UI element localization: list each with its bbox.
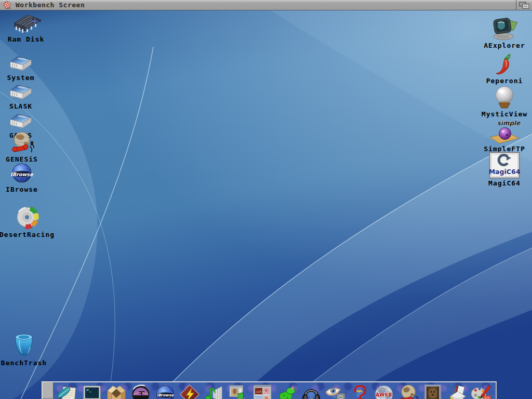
dock-item-aweb[interactable]: AWEB [373, 383, 395, 399]
svg-text:>_: >_ [86, 388, 91, 392]
icon-label: MagiC64 [488, 180, 521, 187]
frog-icon [276, 383, 298, 399]
dock-item-mail[interactable]: MAIL [446, 383, 469, 399]
music-note-speaker-icon [203, 383, 224, 399]
mail-envelope-icon: MAIL [446, 383, 468, 399]
dock-item-paint[interactable] [470, 383, 493, 399]
ibrowse-globe-icon: iBrowse [154, 383, 176, 399]
simpleftp-icon: simple [488, 119, 521, 144]
desktop-icon-peperoni[interactable]: Peperoni [479, 54, 530, 84]
screen-depth-gadget[interactable] [516, 0, 532, 10]
desktop-icon-benchtrash[interactable]: BenchTrash [0, 332, 48, 366]
dock-item-viewer[interactable] [129, 383, 152, 399]
screen-title: Workbench Screen [16, 1, 85, 9]
dock-item-music[interactable] [202, 383, 225, 399]
icon-label: MysticView [482, 111, 527, 117]
ram-chip-icon: RAM [11, 13, 41, 35]
dock-item-shell[interactable]: >_ [81, 383, 103, 399]
cd-disc-icon [14, 205, 40, 230]
shell-terminal-icon: >_ [81, 383, 103, 399]
dock-item-ibrowse[interactable]: iBrowse [154, 383, 177, 399]
desktop-icon-genesis[interactable]: GENESiS [0, 131, 44, 163]
icon-label: BenchTrash [1, 360, 47, 366]
dock-item-audio[interactable] [300, 383, 323, 399]
dock-handle-strip [43, 382, 54, 399]
screen-titlebar[interactable]: Workbench Screen [0, 0, 532, 10]
boing-ball-icon [3, 1, 12, 9]
svg-text:MagiC64: MagiC64 [489, 168, 520, 176]
svg-text:AWEB: AWEB [376, 392, 392, 397]
dock-item-amigaamp[interactable] [178, 383, 201, 399]
desktop-icon-ibrowse[interactable]: IBrowse IBrowse [0, 162, 44, 193]
photo-sphere-icon [130, 383, 152, 399]
dock-item-gallery[interactable] [251, 383, 274, 399]
dialer-globe-phone-icon [397, 383, 419, 399]
dock-item-help[interactable] [348, 383, 371, 399]
screen-grabber-icon [227, 383, 249, 399]
icon-label: Peperoni [486, 77, 523, 84]
headphones-icon [300, 383, 322, 399]
icon-label: System [7, 74, 35, 81]
svg-text:iBrowse: iBrowse [157, 393, 174, 397]
image-gallery-icon [251, 383, 273, 399]
desktop-icon-magic64[interactable]: MagiC64 MagiC64 [480, 152, 529, 187]
desktop-icon-desertracing[interactable]: DesertRacing [0, 205, 54, 238]
amigaamp-lightning-icon [179, 383, 201, 399]
svg-text:simple: simple [497, 119, 521, 127]
aweb-globe-icon: AWEB [373, 383, 395, 399]
paint-palette-icon [470, 383, 492, 399]
desktop: RAM Ram Disk [0, 10, 532, 399]
package-box-icon [105, 383, 127, 399]
svg-text:IBrowse: IBrowse [11, 171, 33, 177]
icon-label: Ram Disk [8, 36, 45, 43]
icon-label: AExplorer [484, 42, 525, 49]
dock-item-notepad[interactable] [56, 383, 79, 399]
dock-item-dialer[interactable] [397, 383, 420, 399]
dock-item-chewbacca[interactable] [421, 383, 444, 399]
globe-phone-icon [9, 131, 35, 155]
dock-item-eye[interactable] [324, 383, 347, 399]
help-bulb-icon [349, 383, 370, 399]
desktop-icon-system[interactable]: System [0, 55, 42, 81]
desktop-icon-simpleftp[interactable]: simple SimpleFTP [478, 119, 531, 152]
dock-item-grabber[interactable] [227, 383, 249, 399]
harddisk-icon [9, 55, 33, 73]
magic64-icon: MagiC64 [489, 152, 520, 179]
eye-chip-icon [325, 383, 347, 399]
harddisk-icon [9, 83, 33, 102]
icon-label: IBrowse [6, 186, 38, 193]
harddisk-icon [9, 112, 33, 131]
notepad-pen-icon [57, 383, 78, 399]
ibrowse-globe-icon: IBrowse [10, 162, 34, 185]
workbench-screen: Workbench Screen [0, 0, 532, 399]
trashcan-icon [11, 332, 36, 358]
desktop-icon-mysticview[interactable]: MysticView [477, 86, 532, 117]
crystal-ball-icon [491, 86, 518, 110]
desktop-icon-aexplorer[interactable]: AExplorer [478, 15, 531, 49]
dock-item-frog[interactable] [275, 383, 298, 399]
desktop-icon-slask[interactable]: SLASK [0, 83, 42, 110]
aexplorer-icon [489, 15, 520, 41]
chili-pepper-icon [494, 54, 515, 76]
dock-item-archive[interactable] [105, 383, 128, 399]
icon-label: SLASK [9, 103, 32, 110]
desktop-icon-ram-disk[interactable]: RAM Ram Disk [0, 13, 52, 43]
wallpaper [0, 10, 532, 399]
amidock: >_ [42, 381, 497, 399]
dock-icon-row: >_ [54, 382, 496, 399]
icon-label: DesertRacing [0, 231, 55, 238]
chewbacca-icon [422, 383, 444, 399]
